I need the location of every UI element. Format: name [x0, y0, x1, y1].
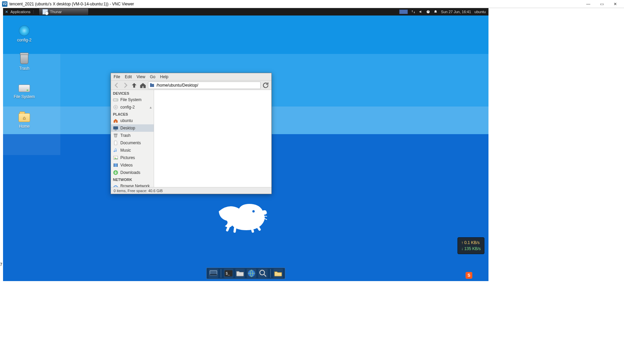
menu-go[interactable]: Go: [150, 74, 155, 79]
location-input[interactable]: [156, 83, 259, 88]
disc-icon: [19, 25, 30, 36]
dock-web-browser[interactable]: [247, 269, 256, 278]
sidebar-item-label: Documents: [120, 141, 141, 145]
thunar-menubar: File Edit View Go Help: [111, 73, 271, 81]
location-bar[interactable]: [148, 82, 261, 89]
sidebar-item-label: Trash: [120, 133, 130, 138]
desktop-icon-filesystem[interactable]: File System: [9, 82, 39, 99]
sidebar-item-label: Downloads: [120, 170, 140, 175]
sidebar-item-config2[interactable]: config-2 ▲: [111, 103, 154, 111]
nav-forward-button[interactable]: [122, 82, 129, 89]
svg-point-18: [115, 157, 116, 158]
notifications-icon[interactable]: [434, 10, 438, 14]
sidebar-header-places: PLACES: [111, 111, 154, 117]
sidebar-item-videos[interactable]: Videos: [111, 161, 154, 169]
dock-separator: [270, 269, 271, 278]
desktop-icon-label: config-2: [9, 38, 39, 42]
ime-mode-icon[interactable]: ☾: [480, 272, 486, 278]
status-text: 0 items, Free space: 40.6 GiB: [114, 189, 163, 193]
sogou-logo-icon: S: [466, 272, 472, 279]
sidebar-item-pictures[interactable]: Pictures: [111, 154, 154, 161]
nav-up-button[interactable]: [130, 82, 138, 89]
svg-text:$_: $_: [226, 271, 230, 275]
svg-point-13: [115, 107, 116, 108]
remote-desktop[interactable]: ✕ Applications ⋮ Thunar Sun 27 Jun, 16:4…: [3, 8, 488, 281]
ime-lang-icon[interactable]: 中: [473, 272, 479, 278]
svg-rect-3: [210, 274, 217, 275]
taskbar-item-thunar[interactable]: Thunar: [39, 8, 89, 16]
svg-point-23: [115, 187, 116, 187]
desktop-icon-trash[interactable]: Trash: [9, 53, 39, 71]
taskbar-item-label: Thunar: [50, 10, 62, 14]
svg-point-1: [252, 210, 255, 213]
menu-file[interactable]: File: [114, 74, 120, 79]
menu-edit[interactable]: Edit: [125, 74, 132, 79]
sidebar-header-devices: DEVICES: [111, 90, 154, 96]
desktop-icon: [113, 125, 118, 131]
volume-icon[interactable]: [419, 10, 423, 14]
sidebar-item-documents[interactable]: Documents: [111, 139, 154, 147]
system-tray: Sun 27 Jun, 16:41 ubuntu: [396, 9, 488, 14]
xfce-top-panel: ✕ Applications ⋮ Thunar Sun 27 Jun, 16:4…: [3, 8, 488, 16]
sidebar-item-music[interactable]: Music: [111, 147, 154, 154]
thunar-window[interactable]: File Edit View Go Help DEVICES File Syst…: [111, 73, 272, 194]
sidebar-item-label: Pictures: [120, 155, 135, 160]
thunar-content-area[interactable]: [154, 90, 271, 187]
svg-rect-15: [115, 130, 117, 130]
sidebar-item-label: config-2: [120, 105, 135, 110]
applications-menu[interactable]: ✕ Applications ⋮: [3, 10, 37, 14]
svg-rect-20: [114, 163, 114, 167]
desktop-icon-label: Trash: [9, 66, 39, 71]
dock-separator: [221, 269, 221, 278]
dock-app-finder[interactable]: [258, 269, 268, 278]
music-icon: [113, 148, 118, 153]
sidebar-item-label: File System: [120, 97, 142, 102]
dock-home-folder[interactable]: [273, 269, 283, 278]
nav-home-button[interactable]: [139, 82, 147, 89]
sidebar-item-trash[interactable]: Trash: [111, 132, 154, 139]
xfce-logo-icon: ✕: [5, 10, 9, 14]
menu-help[interactable]: Help: [160, 74, 169, 79]
network-speed-overlay: ↑ 0.1 KB/s ↓ 135 KB/s: [457, 237, 484, 254]
dock-file-manager[interactable]: [235, 269, 245, 278]
drive-icon: [113, 97, 118, 102]
svg-point-11: [117, 100, 117, 100]
desktop-icon-home[interactable]: Home: [9, 111, 39, 129]
panel-datetime[interactable]: Sun 27 Jun, 16:41: [441, 10, 471, 14]
vnc-close-button[interactable]: ✕: [608, 0, 622, 8]
sidebar-item-label: Videos: [120, 163, 132, 168]
reload-button[interactable]: [262, 82, 269, 89]
sidebar-item-browse-network[interactable]: Browse Network: [111, 182, 154, 187]
drive-icon: [19, 85, 30, 92]
desktop-icon-config2[interactable]: config-2: [9, 25, 39, 42]
desktop-icon-label: Home: [9, 124, 39, 129]
videos-icon: [113, 162, 118, 168]
sidebar-item-label: Desktop: [120, 126, 135, 130]
panel-session-user[interactable]: ubuntu: [474, 10, 486, 14]
vnc-minimize-button[interactable]: —: [582, 0, 595, 8]
sidebar-item-label: Music: [120, 148, 131, 153]
download-icon: [113, 170, 118, 175]
download-speed: ↓ 135 KB/s: [461, 246, 481, 252]
sidebar-item-ubuntu[interactable]: ubuntu: [111, 117, 154, 124]
sidebar-item-downloads[interactable]: Downloads: [111, 169, 154, 176]
network-icon: [113, 183, 118, 187]
power-icon[interactable]: [426, 10, 430, 14]
disc-icon: [113, 104, 118, 110]
thunar-sidebar: DEVICES File System config-2 ▲ PLACES ub…: [111, 90, 154, 187]
desktop-icon-label: File System: [9, 94, 39, 99]
eject-icon[interactable]: ▲: [149, 105, 152, 109]
menu-view[interactable]: View: [137, 74, 145, 79]
dock-terminal[interactable]: $_: [224, 269, 233, 278]
nav-back-button[interactable]: [113, 82, 120, 89]
svg-point-7: [260, 270, 265, 275]
vnc-maximize-button[interactable]: ▭: [595, 0, 608, 8]
sidebar-header-network: NETWORK: [111, 176, 154, 182]
sidebar-item-filesystem[interactable]: File System: [111, 96, 154, 103]
pictures-icon: [113, 155, 118, 160]
sidebar-item-desktop[interactable]: Desktop: [111, 124, 154, 132]
network-updown-icon[interactable]: [411, 10, 415, 14]
dock-show-desktop[interactable]: [209, 269, 218, 278]
workspace-switcher[interactable]: [399, 9, 408, 14]
ime-switcher[interactable]: S 中 ☾: [466, 272, 486, 279]
